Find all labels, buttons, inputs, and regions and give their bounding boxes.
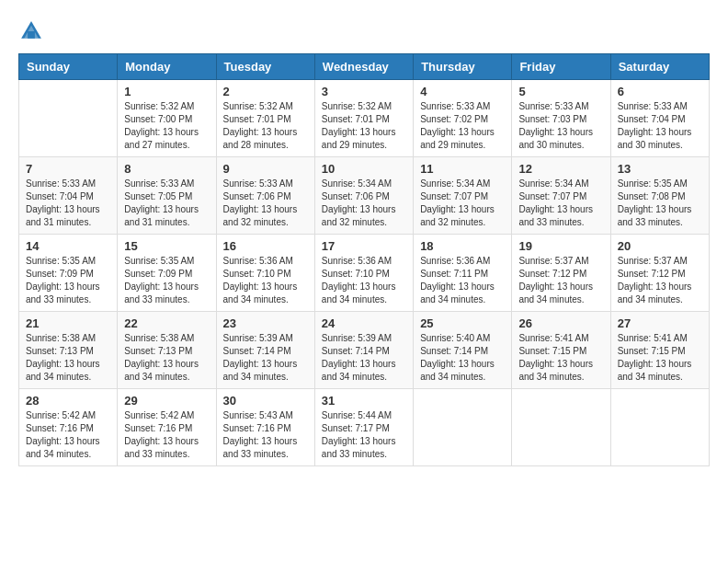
- calendar-cell: 23Sunrise: 5:39 AM Sunset: 7:14 PM Dayli…: [216, 312, 314, 389]
- day-number: 3: [322, 85, 406, 98]
- day-info: Sunrise: 5:33 AM Sunset: 7:05 PM Dayligh…: [124, 178, 209, 229]
- calendar-cell: 26Sunrise: 5:41 AM Sunset: 7:15 PM Dayli…: [512, 312, 610, 389]
- week-row-5: 28Sunrise: 5:42 AM Sunset: 7:16 PM Dayli…: [19, 389, 710, 466]
- day-info: Sunrise: 5:38 AM Sunset: 7:13 PM Dayligh…: [124, 332, 209, 384]
- day-info: Sunrise: 5:32 AM Sunset: 7:00 PM Dayligh…: [124, 100, 209, 152]
- day-info: Sunrise: 5:37 AM Sunset: 7:12 PM Dayligh…: [618, 255, 702, 306]
- day-number: 5: [518, 85, 603, 98]
- day-info: Sunrise: 5:40 AM Sunset: 7:14 PM Dayligh…: [420, 332, 505, 384]
- column-header-wednesday: Wednesday: [314, 54, 413, 80]
- calendar-cell: 12Sunrise: 5:34 AM Sunset: 7:07 PM Dayli…: [512, 157, 610, 235]
- calendar-cell: 18Sunrise: 5:36 AM Sunset: 7:11 PM Dayli…: [414, 235, 512, 312]
- week-row-3: 14Sunrise: 5:35 AM Sunset: 7:09 PM Dayli…: [19, 235, 710, 312]
- day-info: Sunrise: 5:42 AM Sunset: 7:16 PM Dayligh…: [124, 409, 209, 461]
- day-number: 30: [223, 394, 308, 408]
- day-number: 2: [223, 85, 308, 98]
- day-number: 14: [26, 239, 110, 253]
- column-header-friday: Friday: [512, 54, 610, 80]
- calendar-cell: 4Sunrise: 5:33 AM Sunset: 7:02 PM Daylig…: [414, 80, 512, 157]
- day-info: Sunrise: 5:33 AM Sunset: 7:04 PM Dayligh…: [618, 100, 702, 152]
- day-info: Sunrise: 5:34 AM Sunset: 7:06 PM Dayligh…: [322, 178, 406, 229]
- day-info: Sunrise: 5:41 AM Sunset: 7:15 PM Dayligh…: [518, 332, 603, 384]
- calendar-cell: 22Sunrise: 5:38 AM Sunset: 7:13 PM Dayli…: [118, 312, 216, 389]
- day-number: 6: [618, 85, 702, 98]
- column-header-thursday: Thursday: [414, 54, 512, 80]
- day-info: Sunrise: 5:38 AM Sunset: 7:13 PM Dayligh…: [26, 332, 110, 384]
- day-info: Sunrise: 5:33 AM Sunset: 7:04 PM Dayligh…: [26, 178, 110, 229]
- calendar-cell: 16Sunrise: 5:36 AM Sunset: 7:10 PM Dayli…: [216, 235, 314, 312]
- day-number: 19: [518, 239, 603, 253]
- calendar-cell: [19, 80, 118, 157]
- calendar-cell: 6Sunrise: 5:33 AM Sunset: 7:04 PM Daylig…: [610, 80, 709, 157]
- day-info: Sunrise: 5:44 AM Sunset: 7:17 PM Dayligh…: [322, 409, 406, 461]
- day-info: Sunrise: 5:36 AM Sunset: 7:10 PM Dayligh…: [223, 255, 308, 306]
- day-number: 22: [124, 316, 209, 330]
- day-info: Sunrise: 5:33 AM Sunset: 7:06 PM Dayligh…: [223, 178, 308, 229]
- calendar-cell: 31Sunrise: 5:44 AM Sunset: 7:17 PM Dayli…: [314, 389, 413, 466]
- day-number: 10: [322, 162, 406, 176]
- calendar-cell: 13Sunrise: 5:35 AM Sunset: 7:08 PM Dayli…: [610, 157, 709, 235]
- day-info: Sunrise: 5:37 AM Sunset: 7:12 PM Dayligh…: [518, 255, 603, 306]
- day-info: Sunrise: 5:43 AM Sunset: 7:16 PM Dayligh…: [223, 409, 308, 461]
- day-number: 7: [26, 162, 110, 176]
- day-number: 29: [124, 394, 209, 408]
- logo-icon: [18, 18, 44, 44]
- day-info: Sunrise: 5:35 AM Sunset: 7:08 PM Dayligh…: [618, 178, 702, 229]
- calendar-cell: 5Sunrise: 5:33 AM Sunset: 7:03 PM Daylig…: [512, 80, 610, 157]
- calendar-body: 1Sunrise: 5:32 AM Sunset: 7:00 PM Daylig…: [19, 80, 710, 466]
- calendar-cell: 20Sunrise: 5:37 AM Sunset: 7:12 PM Dayli…: [610, 235, 709, 312]
- week-row-4: 21Sunrise: 5:38 AM Sunset: 7:13 PM Dayli…: [19, 312, 710, 389]
- logo: [18, 18, 48, 44]
- day-number: 16: [223, 239, 308, 253]
- calendar-cell: 11Sunrise: 5:34 AM Sunset: 7:07 PM Dayli…: [414, 157, 512, 235]
- calendar-table: SundayMondayTuesdayWednesdayThursdayFrid…: [18, 53, 710, 466]
- calendar-cell: [512, 389, 610, 466]
- day-info: Sunrise: 5:33 AM Sunset: 7:02 PM Dayligh…: [420, 100, 505, 152]
- week-row-2: 7Sunrise: 5:33 AM Sunset: 7:04 PM Daylig…: [19, 157, 710, 235]
- day-number: 18: [420, 239, 505, 253]
- day-number: 12: [518, 162, 603, 176]
- day-info: Sunrise: 5:42 AM Sunset: 7:16 PM Dayligh…: [26, 409, 110, 461]
- day-number: 28: [26, 394, 110, 408]
- day-number: 31: [322, 394, 406, 408]
- calendar-cell: 1Sunrise: 5:32 AM Sunset: 7:00 PM Daylig…: [118, 80, 216, 157]
- column-header-saturday: Saturday: [610, 54, 709, 80]
- calendar-cell: 28Sunrise: 5:42 AM Sunset: 7:16 PM Dayli…: [19, 389, 118, 466]
- day-number: 24: [322, 316, 406, 330]
- day-info: Sunrise: 5:41 AM Sunset: 7:15 PM Dayligh…: [618, 332, 702, 384]
- day-info: Sunrise: 5:33 AM Sunset: 7:03 PM Dayligh…: [518, 100, 603, 152]
- day-number: 8: [124, 162, 209, 176]
- day-info: Sunrise: 5:32 AM Sunset: 7:01 PM Dayligh…: [223, 100, 308, 152]
- day-number: 1: [124, 85, 209, 98]
- day-info: Sunrise: 5:35 AM Sunset: 7:09 PM Dayligh…: [124, 255, 209, 306]
- calendar-cell: 9Sunrise: 5:33 AM Sunset: 7:06 PM Daylig…: [216, 157, 314, 235]
- day-info: Sunrise: 5:34 AM Sunset: 7:07 PM Dayligh…: [518, 178, 603, 229]
- calendar-cell: 10Sunrise: 5:34 AM Sunset: 7:06 PM Dayli…: [314, 157, 413, 235]
- page-header: [18, 18, 710, 44]
- calendar-cell: 21Sunrise: 5:38 AM Sunset: 7:13 PM Dayli…: [19, 312, 118, 389]
- day-number: 11: [420, 162, 505, 176]
- day-number: 25: [420, 316, 505, 330]
- day-info: Sunrise: 5:36 AM Sunset: 7:10 PM Dayligh…: [322, 255, 406, 306]
- calendar-cell: 25Sunrise: 5:40 AM Sunset: 7:14 PM Dayli…: [414, 312, 512, 389]
- calendar-cell: 24Sunrise: 5:39 AM Sunset: 7:14 PM Dayli…: [314, 312, 413, 389]
- calendar-cell: 15Sunrise: 5:35 AM Sunset: 7:09 PM Dayli…: [118, 235, 216, 312]
- day-number: 4: [420, 85, 505, 98]
- calendar-cell: 7Sunrise: 5:33 AM Sunset: 7:04 PM Daylig…: [19, 157, 118, 235]
- calendar-cell: 27Sunrise: 5:41 AM Sunset: 7:15 PM Dayli…: [610, 312, 709, 389]
- day-number: 17: [322, 239, 406, 253]
- day-info: Sunrise: 5:32 AM Sunset: 7:01 PM Dayligh…: [322, 100, 406, 152]
- calendar-cell: 30Sunrise: 5:43 AM Sunset: 7:16 PM Dayli…: [216, 389, 314, 466]
- day-info: Sunrise: 5:36 AM Sunset: 7:11 PM Dayligh…: [420, 255, 505, 306]
- week-row-1: 1Sunrise: 5:32 AM Sunset: 7:00 PM Daylig…: [19, 80, 710, 157]
- column-header-sunday: Sunday: [19, 54, 118, 80]
- day-number: 15: [124, 239, 209, 253]
- column-header-tuesday: Tuesday: [216, 54, 314, 80]
- calendar-cell: 19Sunrise: 5:37 AM Sunset: 7:12 PM Dayli…: [512, 235, 610, 312]
- calendar-cell: 3Sunrise: 5:32 AM Sunset: 7:01 PM Daylig…: [314, 80, 413, 157]
- day-number: 23: [223, 316, 308, 330]
- day-number: 26: [518, 316, 603, 330]
- day-info: Sunrise: 5:35 AM Sunset: 7:09 PM Dayligh…: [26, 255, 110, 306]
- calendar-cell: 14Sunrise: 5:35 AM Sunset: 7:09 PM Dayli…: [19, 235, 118, 312]
- calendar-cell: 29Sunrise: 5:42 AM Sunset: 7:16 PM Dayli…: [118, 389, 216, 466]
